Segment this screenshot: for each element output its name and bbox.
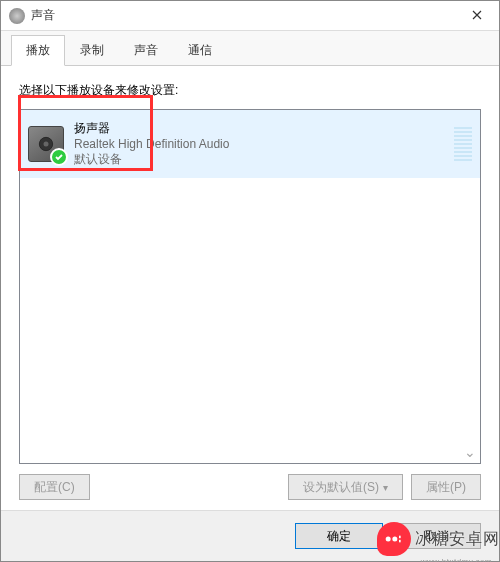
device-status: 默认设备 <box>74 151 446 168</box>
svg-point-3 <box>392 537 397 542</box>
watermark-url: www.btxtdmy.com <box>421 557 492 562</box>
sound-dialog-window: 声音 播放 录制 声音 通信 选择以下播放设备来修改设置: <box>0 0 500 562</box>
device-name: 扬声器 <box>74 120 446 137</box>
device-list[interactable]: 扬声器 Realtek High Definition Audio 默认设备 <box>19 109 481 464</box>
set-default-button[interactable]: 设为默认值(S) ▾ <box>288 474 403 500</box>
device-text: 扬声器 Realtek High Definition Audio 默认设备 <box>74 120 446 168</box>
close-icon <box>472 10 482 20</box>
svg-rect-4 <box>399 536 401 539</box>
close-button[interactable] <box>454 1 499 29</box>
app-icon <box>9 8 25 24</box>
titlebar: 声音 <box>1 1 499 31</box>
device-button-row: 配置(C) 设为默认值(S) ▾ 属性(P) <box>19 464 481 500</box>
level-meter <box>454 127 472 161</box>
tab-communications[interactable]: 通信 <box>173 35 227 65</box>
window-title: 声音 <box>31 7 491 24</box>
svg-point-1 <box>44 142 49 147</box>
watermark-logo-icon <box>377 522 411 556</box>
tab-content-playback: 选择以下播放设备来修改设置: 扬声器 Realtek High Definiti… <box>1 66 499 510</box>
device-driver: Realtek High Definition Audio <box>74 137 446 151</box>
default-check-icon <box>50 148 68 166</box>
watermark-text: 冰糖安卓网 <box>415 529 500 550</box>
tab-playback[interactable]: 播放 <box>11 35 65 66</box>
svg-rect-5 <box>399 540 401 543</box>
properties-button[interactable]: 属性(P) <box>411 474 481 500</box>
chevron-down-icon: ▾ <box>383 482 388 493</box>
tab-strip: 播放 录制 声音 通信 <box>1 31 499 66</box>
watermark: 冰糖安卓网 <box>377 522 500 556</box>
tab-sounds[interactable]: 声音 <box>119 35 173 65</box>
configure-button[interactable]: 配置(C) <box>19 474 90 500</box>
svg-point-2 <box>386 537 391 542</box>
tab-recording[interactable]: 录制 <box>65 35 119 65</box>
ok-button[interactable]: 确定 <box>295 523 383 549</box>
device-icon-wrap <box>28 126 64 162</box>
device-item-speakers[interactable]: 扬声器 Realtek High Definition Audio 默认设备 <box>20 110 480 178</box>
set-default-label: 设为默认值(S) <box>303 479 379 496</box>
instruction-text: 选择以下播放设备来修改设置: <box>19 82 481 99</box>
expand-chevron-icon: ⌄ <box>464 444 476 460</box>
